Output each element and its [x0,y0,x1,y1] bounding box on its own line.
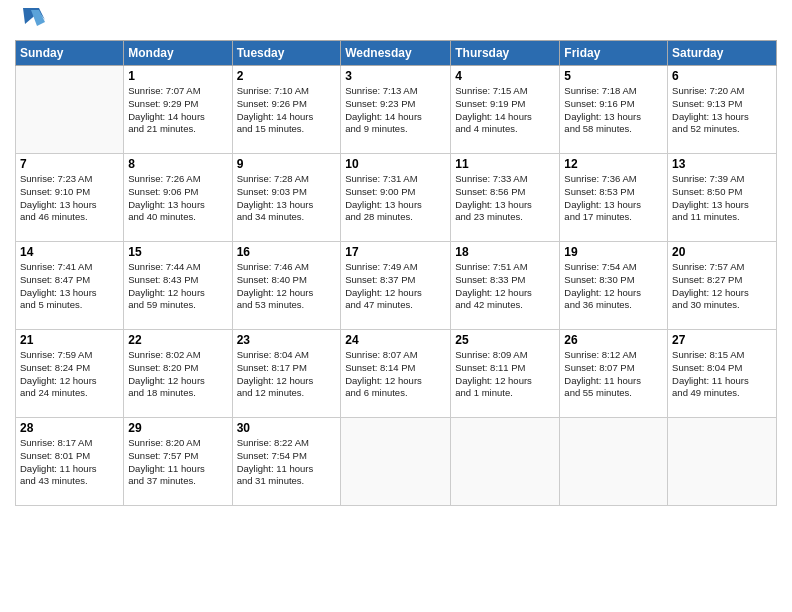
day-cell [341,418,451,506]
day-number: 20 [672,245,772,259]
day-info: Sunrise: 8:12 AM Sunset: 8:07 PM Dayligh… [564,349,663,400]
day-cell: 28Sunrise: 8:17 AM Sunset: 8:01 PM Dayli… [16,418,124,506]
day-number: 5 [564,69,663,83]
day-info: Sunrise: 7:36 AM Sunset: 8:53 PM Dayligh… [564,173,663,224]
day-cell: 22Sunrise: 8:02 AM Sunset: 8:20 PM Dayli… [124,330,232,418]
day-number: 11 [455,157,555,171]
day-cell: 7Sunrise: 7:23 AM Sunset: 9:10 PM Daylig… [16,154,124,242]
day-cell: 12Sunrise: 7:36 AM Sunset: 8:53 PM Dayli… [560,154,668,242]
day-info: Sunrise: 8:04 AM Sunset: 8:17 PM Dayligh… [237,349,337,400]
page-header [15,10,777,32]
day-info: Sunrise: 7:51 AM Sunset: 8:33 PM Dayligh… [455,261,555,312]
day-info: Sunrise: 7:57 AM Sunset: 8:27 PM Dayligh… [672,261,772,312]
day-number: 10 [345,157,446,171]
day-cell: 10Sunrise: 7:31 AM Sunset: 9:00 PM Dayli… [341,154,451,242]
day-cell [560,418,668,506]
calendar-header-row: SundayMondayTuesdayWednesdayThursdayFrid… [16,41,777,66]
day-number: 7 [20,157,119,171]
day-number: 17 [345,245,446,259]
day-info: Sunrise: 8:17 AM Sunset: 8:01 PM Dayligh… [20,437,119,488]
day-number: 24 [345,333,446,347]
day-number: 8 [128,157,227,171]
day-info: Sunrise: 7:46 AM Sunset: 8:40 PM Dayligh… [237,261,337,312]
day-number: 27 [672,333,772,347]
day-info: Sunrise: 7:28 AM Sunset: 9:03 PM Dayligh… [237,173,337,224]
week-row-1: 1Sunrise: 7:07 AM Sunset: 9:29 PM Daylig… [16,66,777,154]
day-number: 14 [20,245,119,259]
day-cell: 9Sunrise: 7:28 AM Sunset: 9:03 PM Daylig… [232,154,341,242]
day-number: 3 [345,69,446,83]
day-info: Sunrise: 7:18 AM Sunset: 9:16 PM Dayligh… [564,85,663,136]
day-number: 4 [455,69,555,83]
day-cell [451,418,560,506]
day-number: 1 [128,69,227,83]
day-info: Sunrise: 7:41 AM Sunset: 8:47 PM Dayligh… [20,261,119,312]
day-number: 15 [128,245,227,259]
day-number: 25 [455,333,555,347]
calendar: SundayMondayTuesdayWednesdayThursdayFrid… [15,40,777,506]
week-row-2: 7Sunrise: 7:23 AM Sunset: 9:10 PM Daylig… [16,154,777,242]
day-cell: 27Sunrise: 8:15 AM Sunset: 8:04 PM Dayli… [668,330,777,418]
day-cell: 15Sunrise: 7:44 AM Sunset: 8:43 PM Dayli… [124,242,232,330]
day-number: 28 [20,421,119,435]
day-number: 16 [237,245,337,259]
week-row-4: 21Sunrise: 7:59 AM Sunset: 8:24 PM Dayli… [16,330,777,418]
day-info: Sunrise: 7:31 AM Sunset: 9:00 PM Dayligh… [345,173,446,224]
day-info: Sunrise: 8:15 AM Sunset: 8:04 PM Dayligh… [672,349,772,400]
day-cell: 25Sunrise: 8:09 AM Sunset: 8:11 PM Dayli… [451,330,560,418]
day-info: Sunrise: 7:26 AM Sunset: 9:06 PM Dayligh… [128,173,227,224]
day-header-wednesday: Wednesday [341,41,451,66]
day-number: 30 [237,421,337,435]
day-info: Sunrise: 7:15 AM Sunset: 9:19 PM Dayligh… [455,85,555,136]
day-cell: 11Sunrise: 7:33 AM Sunset: 8:56 PM Dayli… [451,154,560,242]
day-info: Sunrise: 7:44 AM Sunset: 8:43 PM Dayligh… [128,261,227,312]
day-header-monday: Monday [124,41,232,66]
day-info: Sunrise: 7:59 AM Sunset: 8:24 PM Dayligh… [20,349,119,400]
logo-icon [17,2,47,32]
day-number: 18 [455,245,555,259]
day-number: 2 [237,69,337,83]
day-header-tuesday: Tuesday [232,41,341,66]
day-cell: 26Sunrise: 8:12 AM Sunset: 8:07 PM Dayli… [560,330,668,418]
day-cell: 8Sunrise: 7:26 AM Sunset: 9:06 PM Daylig… [124,154,232,242]
day-number: 13 [672,157,772,171]
day-info: Sunrise: 7:33 AM Sunset: 8:56 PM Dayligh… [455,173,555,224]
day-cell: 14Sunrise: 7:41 AM Sunset: 8:47 PM Dayli… [16,242,124,330]
day-number: 22 [128,333,227,347]
day-cell: 21Sunrise: 7:59 AM Sunset: 8:24 PM Dayli… [16,330,124,418]
day-info: Sunrise: 8:07 AM Sunset: 8:14 PM Dayligh… [345,349,446,400]
day-number: 21 [20,333,119,347]
day-cell: 13Sunrise: 7:39 AM Sunset: 8:50 PM Dayli… [668,154,777,242]
day-cell [668,418,777,506]
day-cell: 23Sunrise: 8:04 AM Sunset: 8:17 PM Dayli… [232,330,341,418]
day-cell: 29Sunrise: 8:20 AM Sunset: 7:57 PM Dayli… [124,418,232,506]
day-cell: 3Sunrise: 7:13 AM Sunset: 9:23 PM Daylig… [341,66,451,154]
day-header-friday: Friday [560,41,668,66]
day-cell: 24Sunrise: 8:07 AM Sunset: 8:14 PM Dayli… [341,330,451,418]
day-info: Sunrise: 7:49 AM Sunset: 8:37 PM Dayligh… [345,261,446,312]
day-info: Sunrise: 7:54 AM Sunset: 8:30 PM Dayligh… [564,261,663,312]
svg-marker-1 [31,10,45,26]
day-info: Sunrise: 8:20 AM Sunset: 7:57 PM Dayligh… [128,437,227,488]
day-info: Sunrise: 8:22 AM Sunset: 7:54 PM Dayligh… [237,437,337,488]
day-number: 9 [237,157,337,171]
day-header-saturday: Saturday [668,41,777,66]
day-number: 23 [237,333,337,347]
day-number: 6 [672,69,772,83]
day-cell: 1Sunrise: 7:07 AM Sunset: 9:29 PM Daylig… [124,66,232,154]
day-cell: 4Sunrise: 7:15 AM Sunset: 9:19 PM Daylig… [451,66,560,154]
day-cell: 2Sunrise: 7:10 AM Sunset: 9:26 PM Daylig… [232,66,341,154]
day-info: Sunrise: 8:09 AM Sunset: 8:11 PM Dayligh… [455,349,555,400]
day-info: Sunrise: 7:39 AM Sunset: 8:50 PM Dayligh… [672,173,772,224]
day-cell: 20Sunrise: 7:57 AM Sunset: 8:27 PM Dayli… [668,242,777,330]
day-number: 29 [128,421,227,435]
day-header-thursday: Thursday [451,41,560,66]
day-cell: 16Sunrise: 7:46 AM Sunset: 8:40 PM Dayli… [232,242,341,330]
day-number: 26 [564,333,663,347]
day-cell: 18Sunrise: 7:51 AM Sunset: 8:33 PM Dayli… [451,242,560,330]
day-number: 12 [564,157,663,171]
day-cell: 17Sunrise: 7:49 AM Sunset: 8:37 PM Dayli… [341,242,451,330]
day-info: Sunrise: 8:02 AM Sunset: 8:20 PM Dayligh… [128,349,227,400]
day-header-sunday: Sunday [16,41,124,66]
week-row-5: 28Sunrise: 8:17 AM Sunset: 8:01 PM Dayli… [16,418,777,506]
